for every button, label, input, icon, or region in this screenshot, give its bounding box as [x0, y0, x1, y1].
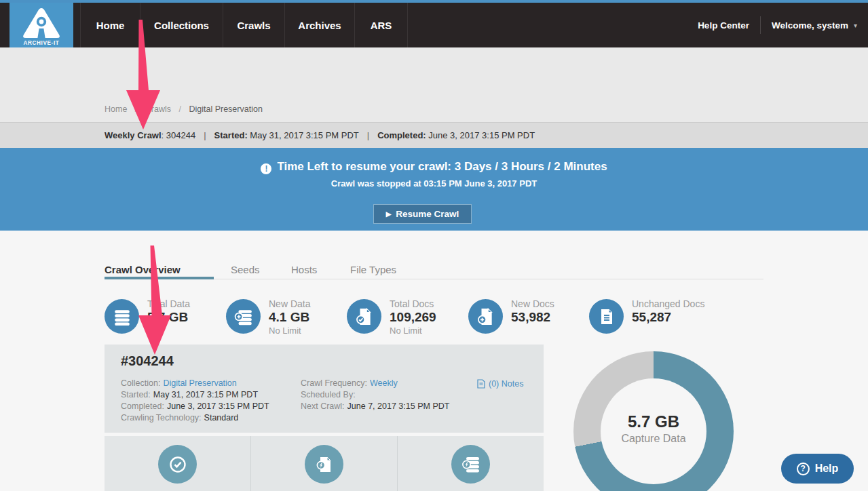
breadcrumb-crawls[interactable]: Crawls — [145, 104, 171, 114]
frequency-link[interactable]: Weekly — [370, 378, 398, 388]
help-button[interactable]: ? Help — [781, 454, 854, 484]
main-nav: Home Collections Crawls Archives ARS Hel… — [0, 3, 868, 47]
donut-total-value: 5.7 GB — [628, 412, 679, 431]
capture-data-donut-chart: 5.7 GB Capture Data — [573, 351, 734, 491]
field-started: Started:May 31, 2017 3:15 PM PDT — [121, 389, 269, 401]
limit-col-data-rate — [398, 436, 544, 491]
database-add-icon — [226, 299, 261, 334]
page-header: Home / Crawls / Digital Preservation Dig… — [0, 47, 868, 122]
donut-label: Capture Data — [621, 433, 685, 445]
note-icon — [477, 379, 485, 389]
collection-link[interactable]: Digital Preservation — [163, 378, 236, 388]
breadcrumb: Home / Crawls / Digital Preservation — [105, 104, 263, 114]
play-icon: ▶ — [386, 210, 392, 218]
crawl-summary-bar: Weekly Crawl: 304244 | Started: May 31, … — [0, 122, 868, 148]
check-circle-icon — [158, 445, 197, 484]
nav-item-collections[interactable]: Collections — [140, 3, 223, 47]
breadcrumb-separator: / — [178, 104, 181, 114]
archive-it-triangle-icon: ARCHIVE-IT — [10, 3, 73, 47]
completed-label: Completed: — [377, 130, 426, 140]
database-bolt-icon — [451, 445, 490, 484]
donut-center: 5.7 GB Capture Data — [601, 378, 706, 484]
archive-it-app: Home Collections Crawls Archives ARS Hel… — [0, 0, 868, 491]
nav-divider — [760, 16, 761, 34]
breadcrumb-current: Digital Preservation — [189, 104, 262, 114]
started-label: Started: — [214, 130, 248, 140]
tab-file-types[interactable]: File Types — [350, 264, 396, 275]
user-menu[interactable]: Welcome, system — [772, 20, 848, 31]
breadcrumb-separator: / — [135, 104, 137, 114]
svg-text:ARCHIVE-IT: ARCHIVE-IT — [24, 40, 60, 46]
field-next-crawl: Next Crawl:June 7, 2017 3:15 PM PDT — [301, 401, 449, 412]
info-icon: ! — [261, 163, 271, 174]
separator: | — [204, 130, 206, 140]
banner-subtitle: Crawl was stopped at 03:15 PM June 3, 20… — [0, 178, 868, 189]
nav-item-home[interactable]: Home — [80, 3, 140, 47]
banner-title: !Time Left to resume your crawl: 3 Days … — [0, 160, 868, 174]
crawl-detail-card: #304244 Collection:Digital Preservation … — [105, 345, 544, 433]
field-collection: Collection:Digital Preservation — [121, 378, 269, 389]
tab-crawl-overview[interactable]: Crawl Overview — [105, 264, 181, 275]
crawl-id: : 304244 — [162, 130, 196, 140]
nav-item-ars[interactable]: ARS — [354, 3, 408, 47]
notes-link[interactable]: (0) Notes — [477, 379, 523, 389]
started-value: May 31, 2017 3:15 PM PDT — [250, 130, 358, 140]
crawl-detail-id: #304244 — [121, 353, 174, 369]
field-crawling-technology: Crawling Technology:Standard — [121, 412, 269, 424]
field-crawl-frequency: Crawl Frequency:Weekly — [301, 378, 449, 389]
chevron-down-icon[interactable]: ▾ — [854, 22, 857, 29]
document-bolt-icon — [305, 445, 343, 484]
active-tab-indicator — [105, 277, 214, 279]
archive-it-logo[interactable]: ARCHIVE-IT — [10, 3, 73, 47]
resume-crawl-button[interactable]: ▶ Resume Crawl — [373, 204, 472, 224]
database-icon — [105, 299, 139, 334]
nav-item-archives[interactable]: Archives — [284, 3, 354, 47]
tab-hosts[interactable]: Hosts — [291, 264, 317, 275]
tab-seeds[interactable]: Seeds — [231, 264, 260, 275]
document-lines-icon — [589, 299, 624, 334]
breadcrumb-home[interactable]: Home — [105, 104, 127, 114]
crawl-type-label: Weekly Crawl — [105, 130, 162, 140]
help-center-link[interactable]: Help Center — [698, 20, 749, 31]
limit-col-docs — [105, 436, 251, 491]
tab-bar: Crawl Overview Seeds Hosts File Types — [105, 264, 763, 279]
field-scheduled-by: Scheduled By: — [301, 389, 449, 401]
separator: | — [367, 130, 369, 140]
document-check-icon — [347, 299, 381, 334]
limit-col-doc-rate — [251, 436, 398, 491]
document-add-icon — [468, 299, 503, 334]
question-icon: ? — [797, 463, 810, 475]
field-completed: Completed:June 3, 2017 3:15 PM PDT — [121, 401, 269, 412]
crawl-limits-panel — [105, 436, 544, 491]
nav-item-crawls[interactable]: Crawls — [223, 3, 284, 47]
completed-value: June 3, 2017 3:15 PM PDT — [428, 130, 535, 140]
